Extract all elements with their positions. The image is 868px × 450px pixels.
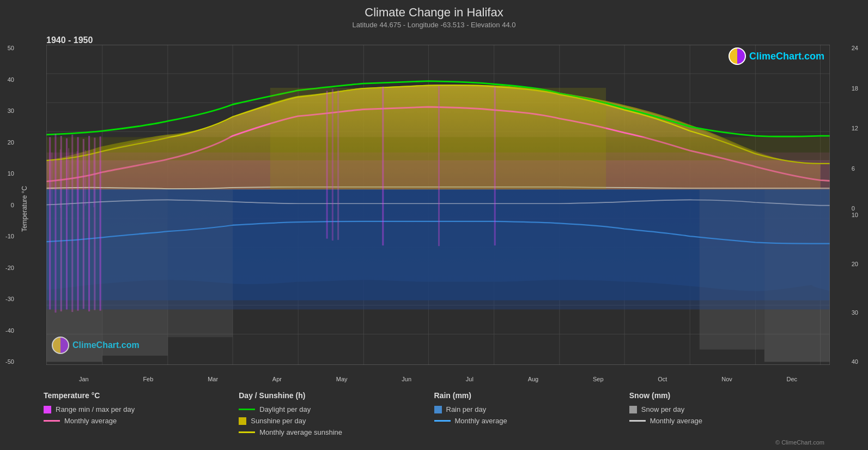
legend-snow-label: Snow per day [641,405,685,413]
legend-area: Temperature °C Range min / max per day M… [0,387,868,450]
legend-rain-avg-label: Monthly average [455,417,507,425]
svg-rect-54 [382,87,384,245]
x-tick-jan: Jan [79,376,89,382]
y-tick: 50 [8,45,14,51]
legend-sun-avg: Monthly average sunshine [239,428,434,436]
svg-rect-44 [66,139,68,310]
chart-area: 1940 - 1950 ClimeChart.com ClimeChart.co… [46,31,830,387]
copyright: © ClimeChart.com [629,428,824,446]
y-tick: -40 [5,327,14,334]
legend-snow-per-day: Snow per day [629,405,824,413]
legend-temp-avg: Monthly average [44,417,239,425]
svg-rect-52 [332,89,333,241]
y-tick: -20 [5,265,14,271]
y-right-tick: 20 [852,261,858,267]
y-tick: -30 [5,296,14,302]
y-right-tick: 10 [852,212,858,218]
svg-rect-50 [100,136,101,310]
legend-temp-avg-label: Monthly average [64,417,117,425]
y-right-tick: 40 [852,358,858,365]
legend-sun-box [239,417,246,425]
svg-rect-42 [54,134,56,313]
legend-temp-range: Range min / max per day [44,405,239,413]
x-tick-nov: Nov [721,376,732,382]
x-tick-sep: Sep [593,376,604,382]
legend-rain-per-day: Rain per day [434,405,629,413]
chart-subtitle: Latitude 44.675 - Longitude -63.513 - El… [0,21,868,29]
y-tick: 40 [8,76,14,83]
svg-rect-47 [83,139,84,309]
legend-sun-avg-label: Monthly average sunshine [259,428,342,436]
chart-header: Climate Change in Halifax Latitude 44.67… [0,0,868,31]
svg-rect-51 [326,91,328,239]
y-tick: 30 [8,107,14,114]
y-right-tick: 30 [852,309,858,316]
svg-rect-48 [88,136,90,311]
legend-temp-range-label: Range min / max per day [56,405,135,413]
x-tick-jul: Jul [466,376,474,382]
y-right-tick: 24 [852,45,858,51]
legend-sunshine: Day / Sunshine (h) Daylight per day Suns… [239,391,434,446]
x-tick-dec: Dec [787,376,798,382]
y-tick: -50 [5,358,14,365]
y-axis-right-top: 24 18 12 6 0 [852,45,858,212]
x-tick-aug: Aug [528,376,539,382]
svg-rect-55 [438,86,440,247]
svg-rect-43 [60,136,62,311]
x-tick-mar: Mar [208,376,218,382]
legend-snow-avg-label: Monthly average [650,417,702,425]
svg-rect-53 [337,91,339,240]
y-right-tick: 18 [852,85,858,92]
legend-rain-avg: Monthly average [434,417,629,425]
y-tick: -10 [5,233,14,239]
legend-temperature: Temperature °C Range min / max per day M… [44,391,239,446]
legend-temp-title: Temperature °C [44,391,239,400]
svg-rect-49 [94,137,95,310]
y-axis-right-bottom: 10 20 30 40 [852,212,858,365]
legend-sun-label: Sunshine per day [251,417,306,425]
y-tick: 0 [11,202,14,208]
legend-daylight-line [239,409,255,410]
legend-sunshine-title: Day / Sunshine (h) [239,391,434,400]
y-tick: 10 [8,170,14,177]
x-tick-feb: Feb [143,376,153,382]
y-right-tick: 0 [852,205,855,212]
y-right-tick: 6 [852,165,855,172]
legend-rain-title: Rain (mm) [434,391,629,400]
legend-rain-avg-line [434,420,451,422]
legend-daylight-label: Daylight per day [259,405,311,413]
legend-rain: Rain (mm) Rain per day Monthly average [434,391,629,446]
legend-snow-box [629,406,637,413]
chart-title: Climate Change in Halifax [0,5,868,20]
year-label: 1940 - 1950 [46,35,93,45]
y-axis-left-label: Temperature °C [21,186,28,232]
main-container: Climate Change in Halifax Latitude 44.67… [0,0,868,450]
y-axis-left: 50 40 30 20 10 0 -10 -20 -30 -40 -50 [5,45,14,365]
y-right-tick: 12 [852,125,858,131]
x-tick-oct: Oct [658,376,667,382]
legend-sun-per-day: Sunshine per day [239,417,434,425]
legend-temp-range-box [44,406,51,413]
legend-snow: Snow (mm) Snow per day Monthly average ©… [629,391,824,446]
legend-snow-title: Snow (mm) [629,391,824,400]
legend-sun-avg-line [239,431,255,433]
chart-svg [46,45,830,365]
x-tick-may: May [336,376,348,382]
y-tick: 20 [8,139,14,146]
svg-rect-41 [49,137,51,309]
x-tick-jun: Jun [402,376,411,382]
legend-daylight: Daylight per day [239,405,434,413]
svg-rect-46 [77,137,78,310]
legend-temp-avg-line [44,420,60,422]
svg-rect-56 [494,87,496,245]
svg-rect-45 [71,135,73,312]
legend-snow-avg: Monthly average [629,417,824,425]
legend-rain-label: Rain per day [446,405,487,413]
legend-rain-box [434,406,442,413]
legend-snow-avg-line [629,420,646,422]
x-tick-apr: Apr [272,376,282,382]
x-axis: Jan Feb Mar Apr May Jun Jul Aug Sep Oct … [46,376,830,382]
